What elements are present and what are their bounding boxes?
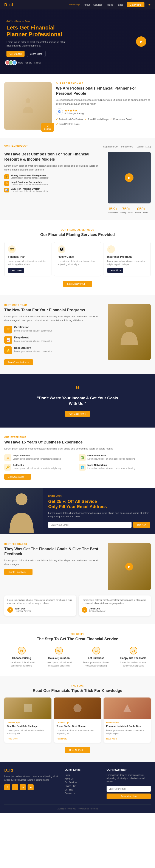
footer-social: f t in ▶ bbox=[4, 784, 59, 790]
footer-link-home[interactable]: Home bbox=[65, 774, 101, 776]
blog-read-more-3[interactable]: Read More → bbox=[106, 738, 120, 740]
professionals-features: ✓ Professional Certification ✓ Speed Dom… bbox=[56, 118, 151, 125]
blog-img-icon-1 bbox=[22, 703, 33, 714]
prof-feature-3: ✓ Professional Domain bbox=[110, 118, 133, 121]
family-goals-icon: 👨‍👩‍👧 bbox=[58, 245, 65, 253]
footer-link-about[interactable]: About Us bbox=[65, 778, 101, 780]
learn-more-button[interactable]: Learn More bbox=[27, 51, 45, 57]
svg-rect-3 bbox=[24, 704, 32, 713]
get-pricing-button[interactable]: Get Pricing bbox=[127, 2, 145, 7]
check-icon-4: ✓ bbox=[56, 123, 58, 125]
linkedin-button[interactable]: in bbox=[20, 784, 26, 790]
team-features: 🏆 Certification Lorem ipsum dolor sit am… bbox=[4, 326, 103, 354]
twitter-button[interactable]: t bbox=[12, 784, 18, 790]
footer-link-blog[interactable]: Our Blog bbox=[65, 788, 101, 791]
facebook-button[interactable]: f bbox=[4, 784, 10, 790]
footer-top: D□id Lorem ipsum dolor sit amet consecte… bbox=[4, 768, 151, 799]
testimonials-play-button[interactable]: ▶ bbox=[125, 563, 133, 570]
testimonial-info-2: John Doe Financial Advisor bbox=[89, 607, 105, 612]
service-title-3: Insurance Programs bbox=[107, 255, 147, 258]
tech-feature-1: 💰 Money Investment Management Lorem ipsu… bbox=[4, 174, 103, 179]
testimonial-text-2: Lorem ipsum dolor sit amet consectetur a… bbox=[82, 598, 148, 605]
footer-link-services[interactable]: Our Services bbox=[65, 781, 101, 784]
insurance-icon: 🛡 bbox=[107, 245, 115, 253]
nav-pricing[interactable]: Pricing bbox=[106, 3, 113, 6]
testimonial-author-2: J John Doe Financial Advisor bbox=[82, 607, 148, 613]
offer-person-icon bbox=[4, 491, 39, 534]
nav-homepage[interactable]: Homepage bbox=[69, 3, 80, 6]
exp-feature-text-4: Many Networking Lorem ipsum dolor sit am… bbox=[87, 464, 135, 470]
testimonial-role-2: Financial Advisor bbox=[89, 610, 105, 612]
tech-feature-desc-3: Lorem ipsum dolor sit amet consectetur bbox=[11, 190, 49, 192]
testimonial-avatar-1: J bbox=[7, 607, 13, 613]
service-title-1: Financial Plan bbox=[8, 255, 48, 258]
person-figure-icon bbox=[19, 97, 37, 115]
offer-tag: Limited Offers bbox=[48, 495, 150, 497]
footer-copyright: ©All Right Reserved - Powered by Authori… bbox=[57, 807, 98, 810]
prof-feature-label-3: Professional Domain bbox=[113, 118, 133, 121]
footer-link-contact[interactable]: Contact Us bbox=[65, 792, 101, 795]
hero-tag: Get Your Financial Goals bbox=[6, 20, 149, 23]
footer-logo-box: □ bbox=[7, 768, 9, 772]
stat-family-number: 750+ bbox=[121, 207, 133, 211]
blog-body-3: Financial Tips Personal Individual Goals… bbox=[103, 719, 151, 743]
services-section: Our Financial Services Our Financial Pla… bbox=[0, 220, 155, 295]
google-rating: G ★★★★★ 4.7 Google Rating bbox=[56, 108, 151, 115]
technology-video-thumb: ▶ bbox=[107, 152, 151, 204]
offer-join-button[interactable]: Join Now bbox=[133, 522, 150, 528]
blog-image-1 bbox=[4, 698, 52, 719]
money-icon: 💰 bbox=[4, 175, 9, 179]
nav-about[interactable]: About bbox=[84, 3, 90, 6]
nav-pages[interactable]: Pages bbox=[117, 3, 123, 6]
hero-play-button[interactable]: ▶ bbox=[136, 36, 146, 47]
tech-feature-3: 📊 Easy For Tracking System Lorem ipsum d… bbox=[4, 187, 103, 192]
testimonial-name-1: John Doe bbox=[14, 607, 31, 610]
tech-feature-desc-2: Lorem ipsum dolor sit amet consectetur bbox=[11, 183, 49, 186]
legal-biz-icon: ⚖ bbox=[4, 454, 11, 461]
footer-link-pricing[interactable]: Pricing Plan bbox=[65, 785, 101, 787]
legal-icon: ⚖ bbox=[4, 181, 9, 186]
all-posts-button[interactable]: Drop All Post → bbox=[65, 747, 90, 753]
free-consultation-button[interactable]: Free Consultation → bbox=[4, 359, 33, 365]
newsletter-email-input[interactable] bbox=[106, 786, 151, 792]
subscribe-button[interactable]: Subscribe Now bbox=[106, 794, 151, 799]
exp-feature-text-1: Legal Business Lorem ipsum dolor sit ame… bbox=[13, 454, 61, 461]
service-learn-1[interactable]: Learn More bbox=[8, 268, 24, 273]
youtube-button[interactable]: ▶ bbox=[28, 784, 34, 790]
send-icon: ✈ bbox=[148, 3, 151, 7]
svg-point-0 bbox=[26, 98, 30, 103]
blog-read-more-1[interactable]: Read More → bbox=[7, 738, 20, 740]
get-quotation-button[interactable]: Get A Quotation → bbox=[4, 474, 31, 479]
exp-feature-2: ✅ Great Work Task Lorem ipsum dolor sit … bbox=[79, 454, 151, 461]
hero-title-before: Lets Get bbox=[6, 24, 30, 31]
blog-image-2 bbox=[54, 698, 101, 719]
rating-text: 4.7 Google Rating bbox=[65, 112, 84, 115]
testimonial-card-1: Lorem ipsum dolor sit amet consectetur a… bbox=[4, 595, 76, 616]
step-num-4: 04 bbox=[130, 647, 137, 654]
prof-feature-label-1: Professional Certification bbox=[59, 118, 83, 121]
professionals-title: We Are Professionals Financial Planner F… bbox=[56, 86, 151, 96]
offer-content: Limited Offers Get 25 % Off All Service … bbox=[43, 488, 155, 534]
explore-all-button[interactable]: Lets Discover All → bbox=[63, 281, 92, 287]
get-goal-button[interactable]: Get Goal Now ! bbox=[65, 411, 90, 417]
testimonials-description: Lorem ipsum dolor sit amet consectetur a… bbox=[4, 559, 103, 566]
exp-feature-4: 🌐 Many Networking Lorem ipsum dolor sit … bbox=[79, 464, 151, 471]
experience-label: Our Experience bbox=[4, 436, 151, 438]
hero-title: Lets Get Financial Planner Professional bbox=[6, 24, 71, 38]
step-title-2: Make a Quotation bbox=[41, 657, 76, 660]
clients-feedback-button[interactable]: Clients Feedback → bbox=[4, 569, 32, 575]
service-learn-3[interactable]: Learn More bbox=[107, 268, 123, 273]
hero-buttons: Get Started Learn More bbox=[6, 51, 149, 57]
get-started-button[interactable]: Get Started bbox=[6, 51, 25, 57]
blog-post-title-1: Our The Best Sale Package bbox=[7, 724, 49, 727]
nav-logo[interactable]: D□id bbox=[4, 3, 13, 7]
exp-feature-desc-4: Lorem ipsum dolor sit amet consectetur a… bbox=[87, 467, 135, 470]
nav-services[interactable]: Services bbox=[93, 3, 102, 6]
team-feature-desc-2: Lorem ipsum dolor sit amet consectetur bbox=[14, 340, 52, 343]
blog-read-more-2[interactable]: Read More → bbox=[57, 738, 70, 740]
team-feature-title-1: Certification bbox=[14, 326, 52, 329]
service-title-2: Family Goals bbox=[58, 255, 97, 258]
offer-email-input[interactable] bbox=[48, 522, 131, 528]
footer-description: Lorem ipsum dolor sit amet consectetur a… bbox=[4, 775, 59, 782]
video-play-button[interactable]: ▶ bbox=[125, 173, 133, 182]
